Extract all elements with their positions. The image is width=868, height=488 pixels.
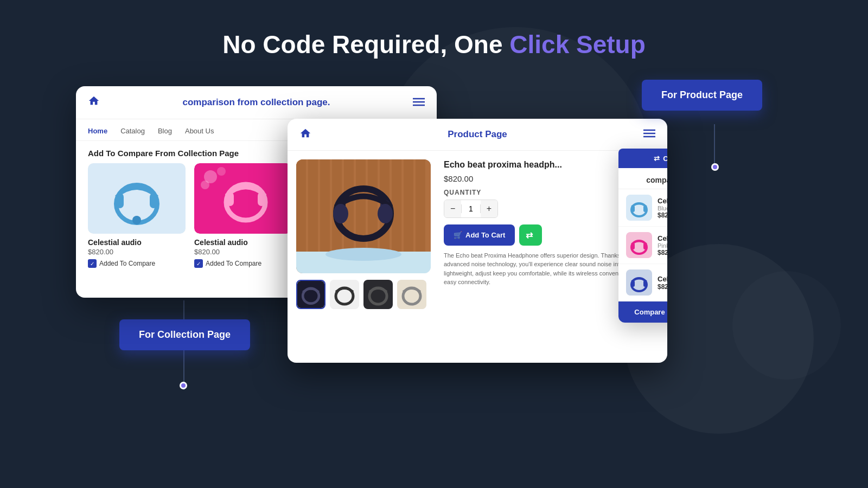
compare-arrows-icon: ⇄ [654, 155, 660, 163]
product-page-body: Echo beat proxima headph... $820.00 QUAN… [288, 151, 667, 362]
title-normal: No Code Required, One [222, 30, 509, 59]
svg-rect-23 [296, 159, 306, 252]
check-icon-1: ✓ [88, 259, 97, 268]
home-icon [88, 95, 100, 110]
svg-point-40 [378, 204, 393, 223]
widget-title: comparison widget [618, 168, 667, 189]
product-menu-icon [643, 129, 655, 140]
widget-item-3: Celestial audio $820.00 × [618, 264, 667, 301]
product-card-2: Celestial audio $820.00 ✓ Added To Compa… [194, 163, 292, 268]
widget-item-image-2 [626, 232, 652, 258]
product-panel-title: Product Page [448, 129, 507, 140]
content-area: comparison from collection page. Home Ca… [0, 70, 868, 482]
svg-rect-56 [643, 243, 647, 249]
widget-compare-button[interactable]: Compare [618, 301, 667, 323]
svg-rect-32 [404, 159, 413, 252]
svg-rect-25 [320, 159, 330, 252]
add-to-cart-label: Add To Cart [465, 231, 505, 239]
svg-rect-31 [392, 159, 401, 252]
nav-home[interactable]: Home [88, 127, 107, 135]
nav-about[interactable]: About Us [185, 127, 214, 135]
widget-item-info-1: Celestial audio Blue / Wireless $820.00 [658, 197, 667, 219]
widget-item-price-1: $820.00 [658, 211, 667, 219]
add-compare-button[interactable]: ⇄ [519, 224, 542, 246]
svg-point-10 [217, 167, 226, 176]
widget-item-price-2: $820.00 [658, 249, 667, 256]
check-icon-2: ✓ [194, 259, 203, 268]
svg-point-7 [132, 216, 141, 224]
svg-point-35 [326, 248, 401, 261]
product-name-2: Celestial audio [194, 238, 292, 247]
thumb-4[interactable] [397, 280, 426, 309]
connector-line-right [714, 124, 715, 168]
title-highlight: Click Setup [509, 30, 646, 59]
svg-rect-60 [643, 280, 647, 287]
widget-item-1: Celestial audio Blue / Wireless $820.00 … [618, 189, 667, 227]
product-price-1: $820.00 [88, 248, 186, 256]
svg-point-39 [333, 204, 348, 223]
comparison-widget: ⇄ Compare 3 comparison widget [618, 149, 667, 323]
svg-rect-51 [631, 206, 635, 212]
product-panel-header: Product Page [288, 119, 667, 151]
add-to-cart-button[interactable]: 🛒 Add To Cart [444, 224, 515, 246]
product-panel: Product Page [288, 119, 667, 363]
widget-footer: Compare Remove All [618, 301, 667, 323]
product-name-1: Celestial audio [88, 238, 186, 247]
svg-rect-59 [631, 280, 635, 287]
thumb-2[interactable] [330, 280, 359, 309]
quantity-increase[interactable]: + [481, 200, 497, 217]
svg-rect-52 [643, 206, 647, 212]
widget-item-info-2: Celestial audio Pink / Wireless $820.00 [658, 234, 667, 256]
product-cta-container: For Product Page [642, 80, 762, 111]
collection-panel-title: comparison from collection page. [182, 97, 330, 108]
product-image-1 [88, 163, 186, 234]
widget-item-variant-2: Pink / Wireless [658, 242, 667, 249]
widget-item-variant-1: Blue / Wireless [658, 205, 667, 211]
cart-icon: 🛒 [454, 231, 462, 239]
widget-item-price-3: $820.00 [658, 283, 667, 291]
widget-item-image-1 [626, 195, 652, 221]
compare-icon: ⇄ [526, 230, 533, 240]
widget-item-name-3: Celestial audio [658, 275, 667, 283]
widget-item-2: Celestial audio Pink / Wireless $820.00 … [618, 227, 667, 264]
widget-item-name-1: Celestial audio [658, 197, 667, 205]
widget-item-name-2: Celestial audio [658, 234, 667, 242]
svg-rect-24 [308, 159, 318, 252]
connector-dot-left [180, 382, 187, 389]
svg-rect-33 [416, 159, 425, 252]
collection-cta-container: For Collection Page [119, 319, 250, 350]
nav-blog[interactable]: Blog [158, 127, 172, 135]
compare-text-2: Added To Compare [206, 260, 261, 267]
compare-badge-1: ✓ Added To Compare [88, 259, 186, 268]
menu-icon [413, 97, 425, 109]
page-title: No Code Required, One Click Setup [0, 0, 868, 59]
quantity-decrease[interactable]: − [444, 200, 461, 217]
collection-page-button[interactable]: For Collection Page [119, 319, 250, 350]
compare-text-1: Added To Compare [99, 260, 155, 267]
product-main-image-area [288, 151, 439, 362]
compare-badge-2: ✓ Added To Compare [194, 259, 292, 268]
connector-dot-right [711, 163, 719, 171]
widget-item-image-3 [626, 269, 652, 296]
product-price-2: $820.00 [194, 248, 292, 256]
product-card-1: Celestial audio $820.00 ✓ Added To Compa… [88, 163, 186, 268]
svg-point-11 [201, 181, 209, 189]
product-home-icon [299, 127, 311, 142]
thumb-1[interactable] [296, 280, 326, 309]
thumbnail-row [296, 280, 431, 309]
compare-trigger-button[interactable]: ⇄ Compare 3 [618, 149, 667, 168]
quantity-control: − 1 + [444, 200, 498, 218]
thumb-3[interactable] [363, 280, 393, 309]
svg-rect-55 [631, 243, 635, 249]
collection-panel-header: comparison from collection page. [76, 86, 437, 119]
product-page-button[interactable]: For Product Page [642, 80, 762, 111]
compare-button-label: Compare [663, 155, 667, 163]
nav-catalog[interactable]: Catalog [120, 127, 145, 135]
product-image-2 [194, 163, 292, 234]
main-product-image [296, 159, 431, 273]
quantity-value: 1 [461, 204, 480, 213]
widget-item-info-3: Celestial audio $820.00 [658, 275, 667, 291]
